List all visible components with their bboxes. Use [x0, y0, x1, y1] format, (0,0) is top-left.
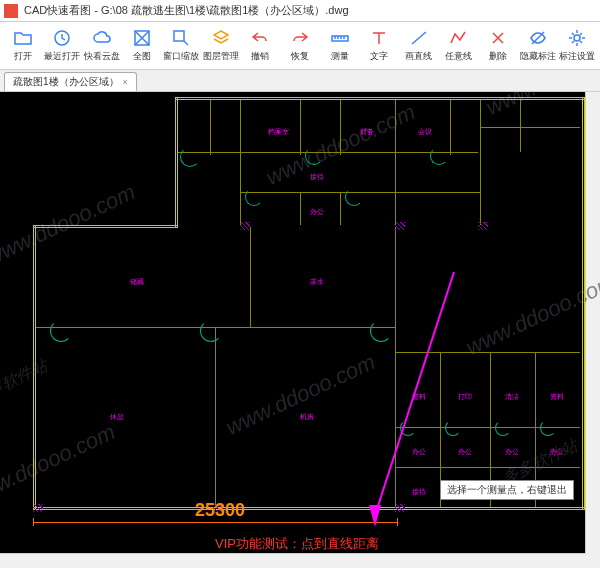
svg-rect-2	[174, 31, 184, 41]
dimension-text: 25300	[195, 500, 245, 521]
measure-icon	[330, 28, 350, 48]
tool-label: 撤销	[251, 50, 269, 63]
recent-button[interactable]: 最近打开	[44, 24, 82, 68]
annotation-arrow	[376, 272, 455, 510]
arrow-head-icon	[369, 505, 381, 527]
full-icon	[132, 28, 152, 48]
window-zoom-icon	[171, 28, 191, 48]
hide-annot-icon	[528, 28, 548, 48]
room-label: 接待	[310, 172, 324, 182]
room-label: 办公	[458, 447, 472, 457]
room-label: 办公	[412, 447, 426, 457]
room-label: 打印	[458, 392, 472, 402]
open-icon	[13, 28, 33, 48]
room-label: 办公	[550, 447, 564, 457]
tool-label: 快看云盘	[84, 50, 120, 63]
room-label: 茶水	[310, 277, 324, 287]
tool-label: 最近打开	[44, 50, 80, 63]
tool-label: 全图	[133, 50, 151, 63]
room-label: 休息	[110, 412, 124, 422]
tool-label: 文字	[370, 50, 388, 63]
drawing-canvas[interactable]: www.ddooo.com www.ddooo.com www.ddooo.co…	[0, 92, 600, 568]
svg-point-6	[574, 35, 580, 41]
room-label: 财务	[360, 127, 374, 137]
app-icon	[4, 4, 18, 18]
restore-button[interactable]: 恢复	[281, 24, 319, 68]
window-zoom-button[interactable]: 窗口缩放	[162, 24, 200, 68]
undo-button[interactable]: 撤销	[242, 24, 280, 68]
room-label: 资料	[550, 392, 564, 402]
tool-label: 隐藏标注	[520, 50, 556, 63]
tool-label: 标注设置	[559, 50, 595, 63]
undo-icon	[250, 28, 270, 48]
titlebar: CAD快速看图 - G:\08 疏散逃生图\1楼\疏散图1楼（办公区域）.dwg	[0, 0, 600, 22]
toolbar: 打开最近打开快看云盘全图窗口缩放图层管理撤销恢复测量文字画直线任意线删除隐藏标注…	[0, 22, 600, 70]
text-icon	[369, 28, 389, 48]
recent-icon	[52, 28, 72, 48]
delete-icon	[488, 28, 508, 48]
tool-label: 画直线	[405, 50, 432, 63]
annot-settings-icon	[567, 28, 587, 48]
tool-label: 测量	[331, 50, 349, 63]
hide-annot-button[interactable]: 隐藏标注	[519, 24, 557, 68]
room-label: 机房	[300, 412, 314, 422]
tool-label: 图层管理	[203, 50, 239, 63]
room-label: 接待	[412, 487, 426, 497]
line-button[interactable]: 画直线	[400, 24, 438, 68]
svg-line-4	[412, 32, 426, 44]
room-label: 办公	[310, 207, 324, 217]
measure-tooltip: 选择一个测量点，右键退出	[440, 480, 574, 500]
cad-drawing: 档案室 财务 会议 接待 办公 储藏 茶水 休息 机房 资料 打印 清洁 资料 …	[0, 92, 600, 568]
close-icon[interactable]: ×	[123, 77, 128, 87]
room-label: 档案室	[268, 127, 289, 137]
tool-label: 删除	[489, 50, 507, 63]
room-label: 会议	[418, 127, 432, 137]
restore-icon	[290, 28, 310, 48]
tool-label: 任意线	[445, 50, 472, 63]
polyline-icon	[448, 28, 468, 48]
watermark-cn: 多多软件站	[0, 556, 51, 568]
delete-button[interactable]: 删除	[479, 24, 517, 68]
layers-button[interactable]: 图层管理	[202, 24, 240, 68]
tool-label: 恢复	[291, 50, 309, 63]
annot-settings-button[interactable]: 标注设置	[558, 24, 596, 68]
room-label: 储藏	[130, 277, 144, 287]
open-button[interactable]: 打开	[4, 24, 42, 68]
vip-message: VIP功能测试：点到直线距离	[215, 535, 379, 553]
tool-label: 打开	[14, 50, 32, 63]
tab-active[interactable]: 疏散图1楼（办公区域） ×	[4, 72, 137, 91]
room-label: 清洁	[505, 392, 519, 402]
measure-button[interactable]: 测量	[321, 24, 359, 68]
tab-label: 疏散图1楼（办公区域）	[13, 75, 119, 89]
text-button[interactable]: 文字	[360, 24, 398, 68]
cloud-button[interactable]: 快看云盘	[83, 24, 121, 68]
window-title: CAD快速看图 - G:\08 疏散逃生图\1楼\疏散图1楼（办公区域）.dwg	[24, 3, 349, 18]
cloud-icon	[92, 28, 112, 48]
room-label: 办公	[505, 447, 519, 457]
full-button[interactable]: 全图	[123, 24, 161, 68]
line-icon	[409, 28, 429, 48]
tool-label: 窗口缩放	[163, 50, 199, 63]
tabbar: 疏散图1楼（办公区域） ×	[0, 70, 600, 92]
polyline-button[interactable]: 任意线	[440, 24, 478, 68]
layers-icon	[211, 28, 231, 48]
